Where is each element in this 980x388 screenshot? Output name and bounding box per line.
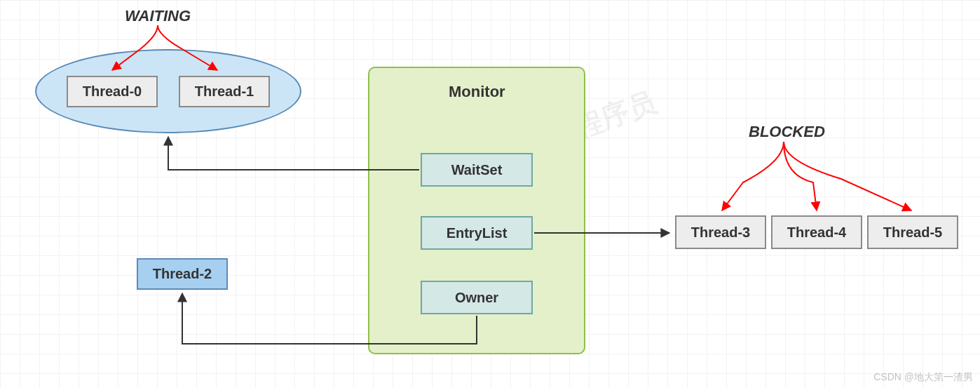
monitor-title: Monitor bbox=[449, 83, 505, 101]
waitset-box: WaitSet bbox=[421, 153, 533, 187]
thread-0-box: Thread-0 bbox=[67, 76, 158, 107]
thread-4-box: Thread-4 bbox=[771, 215, 862, 249]
waiting-label: WAITING bbox=[125, 7, 191, 25]
arrow-blocked-thread3 bbox=[722, 142, 784, 210]
blocked-label: BLOCKED bbox=[749, 123, 825, 141]
thread-1-box: Thread-1 bbox=[179, 76, 270, 107]
arrow-blocked-thread5 bbox=[784, 142, 911, 210]
entrylist-box: EntryList bbox=[421, 216, 533, 250]
thread-3-box: Thread-3 bbox=[675, 215, 766, 249]
credit-text: CSDN @地大第一渣男 bbox=[873, 371, 973, 384]
thread-2-box: Thread-2 bbox=[137, 258, 228, 290]
owner-box: Owner bbox=[421, 281, 533, 314]
thread-5-box: Thread-5 bbox=[867, 215, 958, 249]
arrow-blocked-thread4 bbox=[784, 142, 817, 210]
